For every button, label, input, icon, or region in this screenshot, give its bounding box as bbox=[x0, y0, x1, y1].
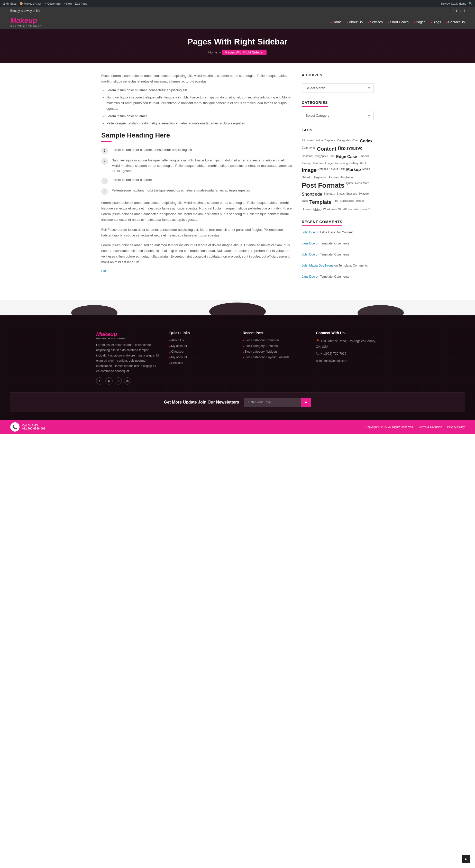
footer-social-pinterest[interactable]: p bbox=[105, 377, 113, 384]
tag-video[interactable]: Video bbox=[313, 207, 321, 212]
nav-home[interactable]: Home bbox=[330, 20, 342, 24]
breadcrumb-home[interactable]: Home bbox=[209, 51, 217, 54]
tag-twitter[interactable]: Twitter bbox=[356, 199, 364, 206]
nav-shortcodes[interactable]: Short Codes bbox=[388, 20, 409, 24]
tag-gallery[interactable]: Gallery bbox=[350, 161, 358, 165]
bottom-copyright: Copyright © 2022 All Rights Reserved. Te… bbox=[366, 425, 465, 429]
site-footer: Makeup ONLINE MAKE SHOP Lorem ipsum dolo… bbox=[0, 300, 475, 434]
tag-html[interactable]: Html bbox=[360, 161, 366, 165]
tag-success[interactable]: Success bbox=[346, 191, 357, 197]
tag-swagger[interactable]: Swagger bbox=[358, 191, 370, 197]
footer-social-linkedin[interactable]: in bbox=[124, 377, 131, 384]
site-logo[interactable]: Makeup ONLINE MAKE SHOP bbox=[10, 17, 42, 27]
tag-periexomeno[interactable]: Περιεχόμενο bbox=[338, 146, 363, 152]
admin-my-sites[interactable]: ⊞ My Sites bbox=[3, 2, 17, 5]
call-label: Call Or SMS bbox=[22, 424, 45, 427]
tag-featured-image[interactable]: Featured Image bbox=[313, 161, 333, 165]
tag-content-periexomeno[interactable]: Content Περιεχόμενο bbox=[302, 154, 328, 160]
tag-tags[interactable]: Tags bbox=[302, 199, 308, 206]
nav-about[interactable]: About Us bbox=[347, 20, 363, 24]
quick-link-1: About Us bbox=[169, 339, 232, 342]
tag-formatting[interactable]: Formatting bbox=[335, 161, 348, 165]
admin-bar: ⊞ My Sites 🎨 Makeup Artist ✎ Customize +… bbox=[0, 0, 475, 7]
admin-search-icon[interactable]: 🔍 bbox=[469, 2, 472, 5]
number-badge-3: 3 bbox=[101, 178, 108, 184]
bullet-2: Nunc vel ligula in augue tristique pelle… bbox=[106, 95, 294, 112]
tag-layout[interactable]: Layout bbox=[329, 167, 338, 174]
tag-pagination[interactable]: Pagination bbox=[314, 175, 327, 179]
tag-quote[interactable]: Quote bbox=[346, 181, 354, 190]
list-item-2: 2 Nunc vel ligula in augue tristique pel… bbox=[101, 158, 294, 174]
tag-alignment[interactable]: Alignment bbox=[302, 138, 314, 144]
comment-author-5[interactable]: Jane Doe bbox=[302, 275, 315, 278]
tag-captions[interactable]: Captions bbox=[324, 138, 336, 144]
hero-section: Pages With Right Sidebar Home » Pages Wi… bbox=[0, 29, 475, 63]
footer-social-facebook[interactable]: f bbox=[96, 377, 103, 384]
comment-author-1[interactable]: John Doe bbox=[302, 230, 315, 234]
social-twitter[interactable]: t bbox=[456, 9, 457, 12]
privacy-link[interactable]: Privacy Policy bbox=[447, 425, 465, 429]
nav-blogs[interactable]: Blogs bbox=[431, 20, 441, 24]
nav-pages[interactable]: Pages bbox=[414, 20, 425, 24]
tag-categories[interactable]: Categories bbox=[337, 138, 351, 144]
categories-select[interactable]: Select Category Beauty Makeup Skincare bbox=[302, 111, 374, 120]
recent-comments-section: RECENT COMMENTS John Doe on Edge Case: N… bbox=[302, 220, 374, 282]
tag-aside[interactable]: Aside bbox=[316, 138, 323, 144]
tag-codex[interactable]: Codex bbox=[360, 138, 373, 144]
tag-css[interactable]: Css bbox=[330, 154, 335, 160]
tag-comments[interactable]: Comments bbox=[302, 146, 315, 152]
nav-contact[interactable]: Contact Us bbox=[446, 20, 465, 24]
comment-text-1: on Edge Case: No Content bbox=[316, 230, 353, 234]
tag-edge-case[interactable]: Edge Case bbox=[336, 154, 357, 160]
tag-media[interactable]: Media bbox=[362, 167, 370, 174]
footer-logo: Makeup ONLINE MAKE SHOP bbox=[96, 331, 159, 340]
tag-unseen[interactable]: Unseen bbox=[302, 207, 312, 212]
admin-bar-left: ⊞ My Sites 🎨 Makeup Artist ✎ Customize +… bbox=[3, 2, 87, 5]
tag-markup[interactable]: Markup bbox=[346, 167, 361, 174]
tag-link[interactable]: Link bbox=[340, 167, 345, 174]
tag-wordpress[interactable]: WordPress bbox=[338, 207, 352, 212]
tag-trackbacks[interactable]: Trackbacks bbox=[340, 199, 354, 206]
terms-link[interactable]: Terms & Condition bbox=[419, 425, 442, 429]
phone-circle-icon: 📞 bbox=[10, 422, 20, 432]
comment-author-4[interactable]: John Mapia Doe Nroue bbox=[302, 264, 334, 267]
tag-pictures[interactable]: Pictures bbox=[329, 175, 339, 179]
admin-customize[interactable]: ✎ Customize bbox=[44, 2, 61, 5]
newsletter-email-input[interactable] bbox=[244, 398, 301, 407]
comment-3: John Doe on Template: Comments bbox=[302, 252, 374, 260]
tag-post-formats[interactable]: Post Formats bbox=[302, 181, 344, 190]
social-instagram[interactable]: i bbox=[464, 9, 465, 12]
comment-author-2[interactable]: Jane Doe bbox=[302, 242, 315, 245]
tag-shortcode[interactable]: Shortcode bbox=[302, 191, 322, 197]
breadcrumb-current: Pages With Right Sidebar bbox=[222, 50, 267, 55]
admin-makeup-artist[interactable]: 🎨 Makeup Artist bbox=[20, 2, 41, 5]
tag-content[interactable]: Content bbox=[317, 146, 337, 152]
tag-wordpress-tv[interactable]: Wordpress Tv bbox=[354, 207, 371, 212]
tags-cloud: Alignment Aside Captions Categories Chat… bbox=[302, 138, 374, 212]
tag-naked-it[interactable]: Naked It bbox=[302, 175, 312, 179]
admin-edit-page[interactable]: Edit Page bbox=[75, 2, 87, 5]
tag-chat[interactable]: Chat bbox=[352, 138, 358, 144]
tag-template[interactable]: Template bbox=[309, 199, 331, 206]
footer-social-instagram[interactable]: i bbox=[115, 377, 122, 384]
admin-new[interactable]: + New bbox=[64, 2, 72, 5]
tag-title[interactable]: Title bbox=[333, 199, 338, 206]
tag-jetpack[interactable]: Jetpack bbox=[318, 167, 328, 174]
tag-standard[interactable]: Standard bbox=[324, 191, 335, 197]
tag-wordpress-lower[interactable]: Wordpress bbox=[323, 207, 337, 212]
edit-link[interactable]: Edit bbox=[101, 269, 294, 273]
archives-select[interactable]: Select Month January 2022 February 2022 … bbox=[302, 83, 374, 93]
social-pinterest[interactable]: p bbox=[460, 9, 462, 12]
comment-author-3[interactable]: John Doe bbox=[302, 253, 315, 256]
tag-pingbacks[interactable]: Pingbacks bbox=[341, 175, 354, 179]
tag-excerpt[interactable]: Excerpt bbox=[302, 161, 311, 165]
nav-services[interactable]: Services bbox=[368, 20, 383, 24]
newsletter-form[interactable]: ➤ bbox=[244, 398, 311, 407]
tag-status[interactable]: Status bbox=[337, 191, 345, 197]
newsletter-submit-button[interactable]: ➤ bbox=[301, 398, 311, 407]
tag-image[interactable]: Image bbox=[302, 167, 317, 174]
tag-read-more[interactable]: Read More bbox=[355, 181, 369, 190]
comment-1: John Doe on Edge Case: No Content bbox=[302, 230, 374, 238]
tag-embeds[interactable]: Embeds bbox=[358, 154, 369, 160]
social-facebook[interactable]: f bbox=[453, 9, 454, 12]
